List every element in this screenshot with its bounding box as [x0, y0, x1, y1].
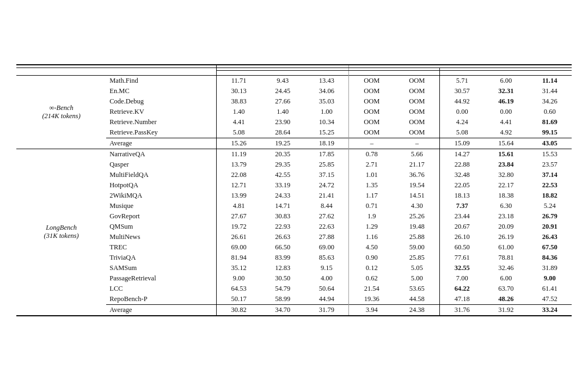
- task-label-0-5: Retrieve.PassKey: [106, 127, 216, 138]
- cell-1-5-lchat: 14.71: [261, 201, 304, 211]
- cell-1-8-infllm: 26.43: [528, 232, 572, 242]
- cell-1-10-stream: 78.81: [484, 253, 528, 263]
- cell-1-12-stream: 6.00: [484, 273, 528, 284]
- task-label-0-0: Math.Find: [106, 75, 216, 86]
- cell-1-14-lchat: 58.99: [261, 294, 304, 305]
- cell-0-0-vic16k: 13.43: [304, 75, 348, 86]
- avg-cell-0-infllm: 43.05: [528, 138, 572, 149]
- cell-1-4-ntk: 14.51: [394, 191, 439, 201]
- cell-1-3-infllm: 22.53: [528, 180, 572, 191]
- cell-1-14-original: 50.17: [217, 294, 261, 305]
- avg-cell-0-vic16k: 18.19: [304, 138, 348, 149]
- cell-1-3-vic16k: 24.72: [304, 180, 348, 191]
- avg-label-0: Average: [106, 138, 216, 149]
- cell-0-0-infllm: 11.14: [528, 75, 572, 86]
- cell-1-5-infllm: 5.24: [528, 201, 572, 211]
- avg-label-1: Average: [106, 304, 216, 316]
- cell-1-3-original: 12.71: [217, 180, 261, 191]
- cell-1-5-vic16k: 8.44: [304, 201, 348, 211]
- cell-1-11-ntk: 5.05: [394, 263, 439, 273]
- cell-1-6-ntk: 25.26: [394, 211, 439, 222]
- task-label-0-3: Retrieve.KV: [106, 107, 216, 117]
- cell-1-10-original: 81.94: [217, 253, 261, 263]
- cell-1-10-infllm: 84.36: [528, 253, 572, 263]
- cell-1-8-lchat: 26.63: [261, 232, 304, 242]
- cell-0-2-original: 38.83: [217, 96, 261, 107]
- cell-0-2-lchat: 27.66: [261, 96, 304, 107]
- cell-1-11-pi: 0.12: [349, 263, 394, 273]
- cell-1-11-infinite: 32.55: [440, 263, 484, 273]
- cell-1-11-original: 35.12: [217, 263, 261, 273]
- task-label-1-10: TriviaQA: [106, 253, 216, 263]
- cell-1-9-ntk: 59.00: [394, 242, 439, 253]
- task-label-0-2: Code.Debug: [106, 96, 216, 107]
- cell-1-0-original: 11.19: [217, 149, 261, 160]
- cell-0-5-infllm: 99.15: [528, 127, 572, 138]
- cell-1-7-original: 19.72: [217, 222, 261, 232]
- cell-1-10-vic16k: 85.63: [304, 253, 348, 263]
- cell-1-1-ntk: 21.17: [394, 160, 439, 170]
- cell-1-2-stream: 32.80: [484, 170, 528, 180]
- cell-1-11-infllm: 31.89: [528, 263, 572, 273]
- cell-1-13-infinite: 64.22: [440, 284, 484, 294]
- cell-1-9-original: 69.00: [217, 242, 261, 253]
- group-label-0: ∞-Bench(214K tokens): [16, 75, 106, 149]
- cell-0-1-stream: 32.31: [484, 86, 528, 96]
- cell-1-12-original: 9.00: [217, 273, 261, 284]
- cell-1-10-ntk: 25.85: [394, 253, 439, 263]
- cell-0-3-ntk: OOM: [394, 107, 439, 117]
- cell-0-1-infinite: 30.57: [440, 86, 484, 96]
- cell-0-3-vic16k: 1.00: [304, 107, 348, 117]
- cell-1-9-vic16k: 69.00: [304, 242, 348, 253]
- cell-1-14-pi: 19.36: [349, 294, 394, 305]
- cell-0-3-lchat: 1.40: [261, 107, 304, 117]
- cell-1-14-ntk: 44.58: [394, 294, 439, 305]
- cell-1-7-ntk: 19.48: [394, 222, 439, 232]
- cell-1-9-infllm: 67.50: [528, 242, 572, 253]
- cell-1-14-infllm: 47.52: [528, 294, 572, 305]
- cell-1-1-lchat: 29.35: [261, 160, 304, 170]
- task-label-1-3: HotpotQA: [106, 180, 216, 191]
- cell-1-12-vic16k: 4.00: [304, 273, 348, 284]
- cell-1-9-stream: 61.00: [484, 242, 528, 253]
- task-label-1-6: GovReport: [106, 211, 216, 222]
- cell-1-5-ntk: 4.30: [394, 201, 439, 211]
- task-label-1-8: MultiNews: [106, 232, 216, 242]
- cell-0-5-lchat: 28.64: [261, 127, 304, 138]
- cell-1-2-vic16k: 37.15: [304, 170, 348, 180]
- cell-1-5-pi: 0.71: [349, 201, 394, 211]
- avg-cell-1-infllm: 33.24: [528, 304, 572, 316]
- cell-0-5-original: 5.08: [217, 127, 261, 138]
- cell-1-7-lchat: 22.93: [261, 222, 304, 232]
- cell-1-5-infinite: 7.37: [440, 201, 484, 211]
- cell-1-7-pi: 1.29: [349, 222, 394, 232]
- results-table: ∞-Bench(214K tokens)Math.Find11.719.4313…: [16, 64, 572, 316]
- cell-1-12-infllm: 9.00: [528, 273, 572, 284]
- cell-1-2-original: 22.08: [217, 170, 261, 180]
- cell-1-1-infinite: 22.88: [440, 160, 484, 170]
- cell-1-13-lchat: 54.79: [261, 284, 304, 294]
- cell-1-0-pi: 0.78: [349, 149, 394, 160]
- cell-0-0-ntk: OOM: [394, 75, 439, 86]
- cell-0-1-vic16k: 34.06: [304, 86, 348, 96]
- cell-1-2-pi: 1.01: [349, 170, 394, 180]
- cell-1-0-infinite: 14.27: [440, 149, 484, 160]
- cell-1-4-original: 13.99: [217, 191, 261, 201]
- cell-1-0-ntk: 5.66: [394, 149, 439, 160]
- avg-cell-0-stream: 15.64: [484, 138, 528, 149]
- cell-1-13-vic16k: 50.64: [304, 284, 348, 294]
- cell-1-11-lchat: 12.83: [261, 263, 304, 273]
- cell-1-3-ntk: 19.54: [394, 180, 439, 191]
- cell-1-7-vic16k: 22.63: [304, 222, 348, 232]
- cell-1-2-infllm: 37.14: [528, 170, 572, 180]
- cell-0-0-infinite: 5.71: [440, 75, 484, 86]
- avg-cell-1-ntk: 24.38: [394, 304, 439, 316]
- cell-1-3-pi: 1.35: [349, 180, 394, 191]
- cell-0-2-ntk: OOM: [394, 96, 439, 107]
- cell-1-1-original: 13.79: [217, 160, 261, 170]
- cell-1-12-lchat: 30.50: [261, 273, 304, 284]
- task-label-0-4: Retrieve.Number: [106, 117, 216, 127]
- cell-1-4-infllm: 18.82: [528, 191, 572, 201]
- cell-1-13-original: 64.53: [217, 284, 261, 294]
- cell-1-4-pi: 1.17: [349, 191, 394, 201]
